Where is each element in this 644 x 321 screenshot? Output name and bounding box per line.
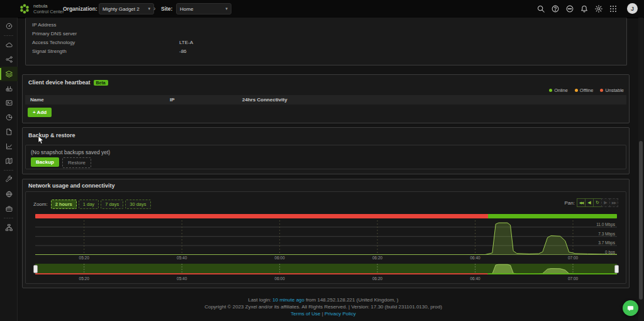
backup-inner-panel: (No snapshot backups saved yet) Backup R… bbox=[25, 145, 626, 169]
sidebar-item-devices[interactable] bbox=[0, 81, 18, 96]
sidebar-item-topology[interactable] bbox=[0, 52, 18, 67]
nebula-logo-icon[interactable] bbox=[19, 3, 30, 14]
terms-of-use-link[interactable]: Terms of Use bbox=[291, 311, 320, 317]
organization-label: Organization: bbox=[63, 6, 97, 12]
sidebar-item-site[interactable] bbox=[0, 67, 18, 81]
footer: Last login: 10 minute ago from 148.252.1… bbox=[18, 296, 629, 317]
sidebar-item-analytics[interactable] bbox=[0, 139, 18, 154]
x-tick-label: 05:20 bbox=[79, 256, 89, 260]
sidebar-item-reports[interactable] bbox=[0, 110, 18, 125]
detail-value: LTE-A bbox=[179, 40, 193, 45]
site-dropdown[interactable]: Home ▾ bbox=[176, 3, 231, 14]
sidebar-item-floorplans[interactable] bbox=[0, 96, 18, 110]
detail-label: Access Technology bbox=[32, 40, 75, 45]
user-avatar[interactable]: J bbox=[627, 3, 638, 14]
apps-grid-icon[interactable] bbox=[609, 4, 618, 13]
range-minimap[interactable] bbox=[35, 264, 617, 274]
sidebar-item-maps[interactable] bbox=[0, 154, 18, 168]
pan-backward-button[interactable]: ◀ bbox=[585, 198, 594, 207]
detail-label: IP Address bbox=[32, 22, 57, 28]
sidebar-divider bbox=[4, 35, 13, 36]
dashboard-icon bbox=[5, 22, 13, 30]
device-details-panel: IP AddressPrimary DNS serverAccess Techn… bbox=[25, 18, 627, 65]
legal-links: Terms of Use | Privacy Policy bbox=[18, 310, 629, 317]
minimap-svg bbox=[35, 264, 617, 274]
connectivity-bar bbox=[35, 214, 617, 218]
x-tick-label: 06:00 bbox=[275, 256, 285, 260]
column-header: IP bbox=[170, 97, 175, 103]
organization-dropdown[interactable]: Mighty Gadget 2 ▾ bbox=[99, 3, 154, 14]
x-tick-label: 07:00 bbox=[568, 256, 578, 260]
sidebar-item-dashboard[interactable] bbox=[0, 19, 18, 33]
heartbeat-title-text: Client device heartbeat bbox=[28, 79, 91, 86]
sidebar-item-support[interactable] bbox=[0, 187, 18, 201]
zoom-option-2-hours[interactable]: 2 hours bbox=[51, 200, 77, 209]
status-dot bbox=[575, 89, 578, 92]
zoom-option-7-days[interactable]: 7 days bbox=[101, 200, 123, 209]
range-handle-right[interactable] bbox=[614, 265, 619, 273]
restore-button[interactable]: Restore bbox=[62, 157, 91, 168]
detail-value: -86 bbox=[179, 48, 187, 54]
orgtree-icon bbox=[5, 223, 13, 232]
feedback-icon[interactable] bbox=[565, 4, 574, 13]
range-handle-left[interactable] bbox=[33, 265, 38, 273]
pan-fast-forward-button[interactable]: ▶▶ bbox=[609, 198, 618, 207]
breadcrumb-chevron-icon: › bbox=[153, 5, 155, 12]
last-login-link[interactable]: 10 minute ago bbox=[272, 297, 304, 303]
pan-reset-button[interactable]: ↻ bbox=[593, 198, 602, 207]
chart-icon bbox=[5, 142, 13, 150]
help-icon[interactable] bbox=[551, 4, 560, 13]
privacy-policy-link[interactable]: Privacy Policy bbox=[325, 311, 356, 317]
minimap-x-axis-labels: 05:2005:4006:0006:2006:4007:00 bbox=[35, 276, 617, 282]
pan-controls: Pan: ◀◀◀↻▶▶▶ bbox=[565, 198, 618, 207]
backup-button[interactable]: Backup bbox=[31, 157, 59, 167]
last-login-prefix: Last login: bbox=[248, 297, 271, 303]
chat-widget-button[interactable] bbox=[623, 300, 638, 316]
status-dot bbox=[549, 89, 552, 92]
settings-icon[interactable] bbox=[594, 4, 603, 13]
network-usage-title: Network usage and connectivity bbox=[28, 183, 115, 189]
x-tick-label: 06:00 bbox=[275, 276, 285, 281]
site-value: Home bbox=[180, 6, 193, 12]
device-detail-row: Access TechnologyLTE-A bbox=[26, 38, 626, 47]
pan-forward-button[interactable]: ▶ bbox=[601, 198, 610, 207]
x-tick-label: 05:40 bbox=[177, 256, 187, 260]
device-detail-row: Signal Strength-86 bbox=[26, 47, 626, 56]
globe-icon bbox=[5, 190, 13, 198]
zoom-label: Zoom: bbox=[33, 201, 48, 207]
organization-value: Mighty Gadget 2 bbox=[103, 6, 140, 12]
x-tick-label: 05:40 bbox=[177, 276, 187, 281]
sidebar-divider bbox=[4, 218, 13, 218]
chevron-down-icon: ▾ bbox=[148, 6, 150, 11]
pan-fast-backward-button[interactable]: ◀◀ bbox=[577, 198, 586, 207]
beta-badge: Beta bbox=[94, 80, 108, 86]
legend-item-unstable: Unstable bbox=[600, 87, 624, 93]
zoom-option-1-day[interactable]: 1 day bbox=[79, 200, 99, 209]
device-detail-row: IP Address bbox=[26, 21, 626, 30]
sidebar-item-organization[interactable] bbox=[0, 220, 18, 235]
sidebar-item-tools[interactable] bbox=[0, 172, 18, 187]
y-tick-label: 0 bps bbox=[605, 250, 615, 254]
add-client-button[interactable]: + Add bbox=[28, 108, 52, 117]
sidebar-divider bbox=[4, 170, 13, 171]
page-scrollbar[interactable] bbox=[638, 18, 643, 321]
notifications-icon[interactable] bbox=[580, 4, 589, 13]
scrollbar-thumb[interactable] bbox=[639, 141, 643, 300]
search-icon[interactable] bbox=[536, 4, 545, 13]
site-label: Site: bbox=[161, 6, 172, 12]
device-detail-row: Primary DNS server bbox=[26, 30, 626, 38]
sidebar bbox=[0, 18, 18, 321]
topbar-icons bbox=[536, 4, 618, 13]
sidebar-item-licenses[interactable] bbox=[0, 125, 18, 139]
x-tick-label: 06:40 bbox=[470, 276, 480, 281]
share-icon bbox=[5, 55, 13, 64]
sidebar-item-monitor[interactable] bbox=[0, 38, 18, 52]
status-dot bbox=[600, 89, 603, 92]
zoom-option-30-days[interactable]: 30 days bbox=[125, 200, 150, 209]
sidebar-item-msp[interactable] bbox=[0, 201, 18, 216]
legend-item-offline: Offline bbox=[575, 87, 594, 93]
x-tick-label: 06:20 bbox=[372, 256, 382, 260]
wrench-icon bbox=[5, 176, 13, 184]
copyright-line: Copyright © 2023 Zyxel and/or its affili… bbox=[18, 303, 629, 310]
usage-chart-svg bbox=[35, 220, 617, 255]
